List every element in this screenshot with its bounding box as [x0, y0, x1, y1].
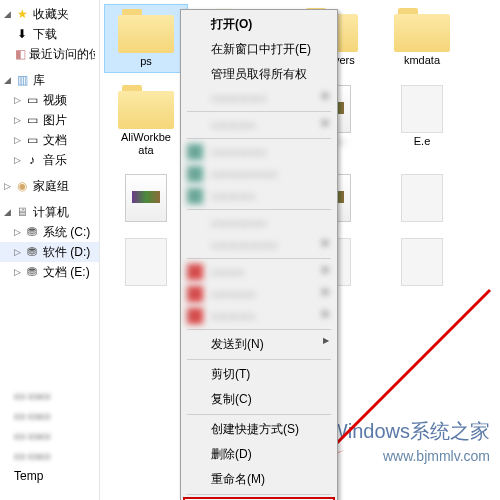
expand-icon: ▷ — [14, 135, 24, 145]
tree-videos[interactable]: ▷ ▭ 视频 — [0, 90, 99, 110]
menu-delete[interactable]: 删除(D) — [183, 442, 335, 467]
tree-label: 家庭组 — [33, 178, 69, 195]
menu-send-to[interactable]: 发送到(N) — [183, 332, 335, 357]
folder-icon — [118, 9, 174, 53]
file-icon — [401, 174, 443, 222]
tree-recent[interactable]: ◧ 最近访问的位置 — [0, 44, 99, 64]
folder-ps[interactable]: ps — [104, 4, 188, 73]
file-item[interactable] — [104, 234, 188, 290]
music-icon: ♪ — [24, 152, 40, 168]
tree-temp[interactable]: Temp — [0, 466, 99, 486]
menu-create-shortcut[interactable]: 创建快捷方式(S) — [183, 417, 335, 442]
folder-icon — [394, 8, 450, 52]
tree-blur[interactable]: ▭ ▭▭ — [0, 386, 99, 406]
drive-icon: ⛃ — [24, 264, 40, 280]
tree-pictures[interactable]: ▷ ▭ 图片 — [0, 110, 99, 130]
file-rar[interactable] — [104, 170, 188, 226]
menu-blur[interactable]: ▭▭▭▭ — [183, 114, 335, 136]
tree-label: 音乐 — [43, 152, 67, 169]
tree-computer[interactable]: ◢ 🖥 计算机 — [0, 202, 99, 222]
folder-kmdata[interactable]: kmdata — [380, 4, 464, 73]
collapse-icon: ◢ — [4, 75, 14, 85]
menu-open-new-window[interactable]: 在新窗口中打开(E) — [183, 37, 335, 62]
recent-icon: ◧ — [14, 46, 26, 62]
menu-separator — [187, 258, 331, 259]
homegroup-icon: ◉ — [14, 178, 30, 194]
expand-icon: ▷ — [14, 267, 24, 277]
tree-blur[interactable]: ▭ ▭▭ — [0, 406, 99, 426]
tree-label: 图片 — [43, 112, 67, 129]
tree-label: 下载 — [33, 26, 57, 43]
tree-blur[interactable]: ▭ ▭▭ — [0, 426, 99, 446]
menu-separator — [187, 111, 331, 112]
menu-rename[interactable]: 重命名(M) — [183, 467, 335, 492]
menu-cut[interactable]: 剪切(T) — [183, 362, 335, 387]
menu-blur[interactable]: ▭▭▭▭▭ — [183, 283, 335, 305]
menu-blur[interactable]: ▭▭▭▭▭ — [183, 212, 335, 234]
file-item[interactable] — [380, 234, 464, 290]
menu-blur[interactable]: ▭▭▭▭▭ — [183, 185, 335, 207]
expand-icon: ▷ — [14, 247, 24, 257]
tree-drive-e[interactable]: ▷ ⛃ 文档 (E:) — [0, 262, 99, 282]
menu-admin-ownership[interactable]: 管理员取得所有权 — [183, 62, 335, 87]
menu-blur[interactable]: ▭▭▭▭▭▭▭ — [183, 163, 335, 185]
tree-downloads[interactable]: ⬇ 下载 — [0, 24, 99, 44]
tree-label: 视频 — [43, 92, 67, 109]
file-exe[interactable]: E.e — [380, 81, 464, 161]
tree-label: 计算机 — [33, 204, 69, 221]
watermark-url: www.bjmmlv.com — [383, 448, 490, 464]
picture-icon: ▭ — [24, 112, 40, 128]
tree-label: 软件 (D:) — [43, 244, 90, 261]
file-icon — [401, 238, 443, 286]
context-menu: 打开(O) 在新窗口中打开(E) 管理员取得所有权 ▭▭▭▭▭ ▭▭▭▭ ▭▭▭… — [180, 9, 338, 500]
expand-icon: ▷ — [14, 227, 24, 237]
tree-label: 系统 (C:) — [43, 224, 90, 241]
file-label: AliWorkbeata — [121, 131, 171, 157]
expand-icon: ▷ — [4, 181, 14, 191]
tree-homegroup[interactable]: ▷ ◉ 家庭组 — [0, 176, 99, 196]
rar-icon — [125, 174, 167, 222]
menu-separator — [187, 209, 331, 210]
file-icon — [125, 238, 167, 286]
tree-drive-d[interactable]: ▷ ⛃ 软件 (D:) — [0, 242, 99, 262]
menu-open[interactable]: 打开(O) — [183, 12, 335, 37]
tree-label: 最近访问的位置 — [29, 46, 95, 63]
menu-copy[interactable]: 复制(C) — [183, 387, 335, 412]
tree-label: Temp — [14, 469, 43, 483]
menu-separator — [187, 138, 331, 139]
menu-blur[interactable]: ▭▭▭▭▭ — [183, 87, 335, 109]
document-icon: ▭ — [24, 132, 40, 148]
collapse-icon: ◢ — [4, 9, 14, 19]
tree-label: 文档 (E:) — [43, 264, 90, 281]
video-icon: ▭ — [24, 92, 40, 108]
menu-blur[interactable]: ▭▭▭▭▭▭ — [183, 141, 335, 163]
tree-label: 收藏夹 — [33, 6, 69, 23]
folder-aliworkbench[interactable]: AliWorkbeata — [104, 81, 188, 161]
tree-libraries[interactable]: ◢ ▥ 库 — [0, 70, 99, 90]
expand-icon: ▷ — [14, 95, 24, 105]
tree-music[interactable]: ▷ ♪ 音乐 — [0, 150, 99, 170]
star-icon: ★ — [14, 6, 30, 22]
nav-sidebar: ◢ ★ 收藏夹 ⬇ 下载 ◧ 最近访问的位置 ◢ ▥ 库 ▷ ▭ 视频 ▷ ▭ … — [0, 0, 100, 500]
watermark-text: Windows系统之家 — [329, 418, 490, 445]
download-icon: ⬇ — [14, 26, 30, 42]
file-icon — [401, 85, 443, 133]
tree-drive-c[interactable]: ▷ ⛃ 系统 (C:) — [0, 222, 99, 242]
menu-separator — [187, 329, 331, 330]
tree-blur[interactable]: ▭ ▭▭ — [0, 446, 99, 466]
drive-icon: ⛃ — [24, 224, 40, 240]
tree-label: 文档 — [43, 132, 67, 149]
menu-separator — [187, 494, 331, 495]
tree-favorites[interactable]: ◢ ★ 收藏夹 — [0, 4, 99, 24]
drive-icon: ⛃ — [24, 244, 40, 260]
file-label: kmdata — [404, 54, 440, 67]
menu-blur[interactable]: ▭▭▭▭ — [183, 261, 335, 283]
library-icon: ▥ — [14, 72, 30, 88]
computer-icon: 🖥 — [14, 204, 30, 220]
menu-blur[interactable]: ▭▭▭▭▭▭ — [183, 234, 335, 256]
tree-documents[interactable]: ▷ ▭ 文档 — [0, 130, 99, 150]
file-item[interactable] — [380, 170, 464, 226]
expand-icon: ▷ — [14, 155, 24, 165]
menu-blur[interactable]: ▭▭▭▭▭ — [183, 305, 335, 327]
tree-label: 库 — [33, 72, 45, 89]
